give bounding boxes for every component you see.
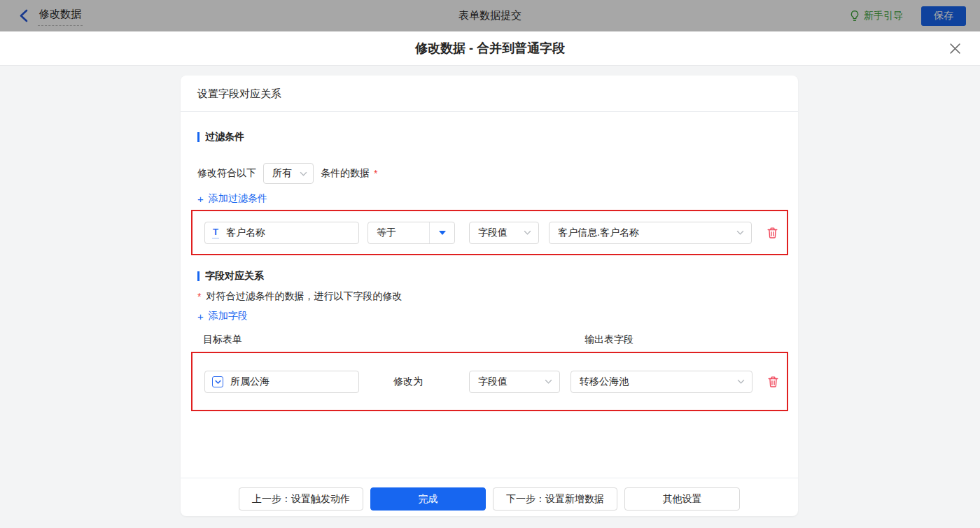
trash-icon — [766, 375, 780, 388]
add-field-link[interactable]: + 添加字段 — [197, 310, 248, 322]
beginner-guide-link[interactable]: 新手引导 — [849, 10, 903, 22]
match-prefix-label: 修改符合以下 — [197, 167, 256, 180]
required-asterisk: * — [374, 168, 377, 179]
select-field-icon — [212, 376, 223, 387]
back-button[interactable] — [20, 9, 28, 22]
required-asterisk: * — [197, 291, 201, 302]
mapping-value-field-select[interactable]: 转移公海池 — [570, 371, 752, 393]
footer-button-row: 上一步：设置触发动作 完成 下一步：设置新增数据 其他设置 — [181, 487, 798, 511]
section-accent-bar — [197, 271, 200, 281]
operator-dropdown-button[interactable] — [429, 222, 454, 243]
filter-section-title: 过滤条件 — [197, 131, 244, 143]
match-suffix-label: 条件的数据 — [321, 167, 370, 180]
other-settings-button[interactable]: 其他设置 — [624, 487, 740, 511]
plus-icon: + — [197, 311, 204, 322]
operator-value: 等于 — [368, 227, 396, 239]
close-button[interactable] — [948, 41, 962, 55]
chevron-down-icon — [524, 230, 531, 235]
value-field-value: 客户信息.客户名称 — [558, 227, 639, 239]
mapping-value-type-select[interactable]: 字段值 — [469, 371, 560, 393]
delete-mapping-button[interactable] — [766, 375, 780, 389]
plus-icon: + — [197, 193, 204, 205]
filter-field-input[interactable]: T 客户名称 — [204, 222, 359, 244]
modify-to-label: 修改为 — [393, 376, 428, 388]
value-field-select[interactable]: 客户信息.客户名称 — [549, 222, 752, 244]
match-mode-select[interactable]: 所有 — [263, 163, 314, 184]
caret-down-icon — [439, 231, 446, 235]
chevron-down-icon — [300, 171, 307, 176]
save-button[interactable]: 保存 — [921, 6, 966, 26]
field-mapping-highlight-box: 所属公海 修改为 字段值 转移公海池 — [191, 352, 788, 411]
mapping-value-type-value: 字段值 — [478, 376, 507, 388]
target-field-input[interactable]: 所属公海 — [204, 371, 359, 393]
add-filter-condition-link[interactable]: + 添加过滤条件 — [197, 192, 267, 205]
topbar: 修改数据 表单数据提交 新手引导 保存 — [0, 0, 980, 31]
lightbulb-icon — [849, 10, 860, 22]
chevron-down-icon — [737, 379, 745, 384]
mapping-description: 对符合过滤条件的数据，进行以下字段的修改 — [206, 290, 402, 303]
operator-select[interactable]: 等于 — [368, 222, 455, 244]
next-step-button[interactable]: 下一步：设置新增数据 — [493, 487, 617, 511]
text-field-icon: T — [212, 227, 219, 238]
delete-condition-button[interactable] — [765, 226, 779, 240]
filter-field-name: 客户名称 — [226, 227, 265, 239]
topbar-title: 表单数据提交 — [458, 9, 522, 22]
dialog-body: 设置字段对应关系 过滤条件 修改符合以下 所有 条件的数据 * + 添加过滤条件 — [0, 66, 980, 528]
value-type-value: 字段值 — [478, 227, 507, 239]
target-field-name: 所属公海 — [230, 376, 270, 388]
beginner-guide-label: 新手引导 — [864, 10, 903, 22]
footer-divider — [181, 478, 798, 478]
dialog-header: 修改数据 - 合并到普通字段 — [0, 31, 980, 66]
dialog-title: 修改数据 - 合并到普通字段 — [415, 40, 565, 57]
trash-icon — [766, 226, 779, 239]
chevron-down-icon — [736, 230, 744, 235]
add-field-label: 添加字段 — [209, 310, 248, 322]
prev-step-button[interactable]: 上一步：设置触发动作 — [239, 487, 363, 511]
panel-title: 设置字段对应关系 — [181, 76, 798, 112]
value-type-select[interactable]: 字段值 — [469, 222, 539, 244]
back-title[interactable]: 修改数据 — [38, 6, 83, 26]
add-filter-condition-label: 添加过滤条件 — [209, 192, 267, 205]
back-icon — [20, 9, 28, 22]
settings-panel: 设置字段对应关系 过滤条件 修改符合以下 所有 条件的数据 * + 添加过滤条件 — [181, 76, 798, 516]
chevron-down-icon — [545, 379, 552, 384]
target-form-column-label: 目标表单 — [203, 334, 242, 346]
section-accent-bar — [197, 132, 200, 142]
mapping-description-row: * 对符合过滤条件的数据，进行以下字段的修改 — [197, 290, 402, 303]
match-mode-value: 所有 — [272, 167, 292, 180]
output-field-column-label: 输出表字段 — [584, 334, 634, 346]
match-condition-row: 修改符合以下 所有 条件的数据 * — [197, 162, 377, 185]
done-button[interactable]: 完成 — [370, 487, 486, 511]
close-icon — [949, 43, 961, 55]
filter-condition-highlight-box: T 客户名称 等于 字段值 客户信息.客户名称 — [191, 210, 788, 255]
mapping-section-title: 字段对应关系 — [197, 270, 264, 283]
mapping-value-field-value: 转移公海池 — [580, 376, 629, 388]
